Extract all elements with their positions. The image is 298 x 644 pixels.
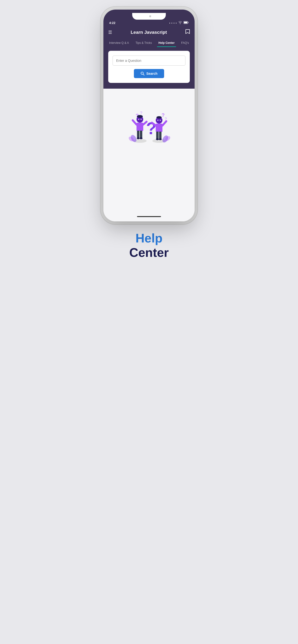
content-area: ? ? ? ? ? xyxy=(103,89,195,213)
menu-icon[interactable]: ☰ xyxy=(108,30,112,35)
svg-point-22 xyxy=(140,119,141,120)
svg-rect-27 xyxy=(156,124,163,132)
phone-frame: 4:22 • • • • ☰ Learn Javascript xyxy=(103,10,195,222)
bottom-label-line1: Help xyxy=(129,231,169,245)
svg-rect-28 xyxy=(156,132,159,139)
tab-tips[interactable]: Tips & Tricks xyxy=(134,39,153,47)
tab-faq[interactable]: FAQ's xyxy=(180,39,190,47)
svg-rect-29 xyxy=(159,132,162,139)
illustration: ? ? ? ? ? xyxy=(123,103,175,146)
svg-text:?: ? xyxy=(162,112,165,118)
svg-rect-14 xyxy=(136,123,143,131)
search-card: Search xyxy=(108,51,190,83)
status-bar: 4:22 • • • • xyxy=(103,20,195,26)
svg-line-4 xyxy=(143,74,144,76)
search-icon xyxy=(140,72,144,76)
time-display: 4:22 xyxy=(109,21,115,25)
svg-point-30 xyxy=(156,138,159,140)
bookmark-icon[interactable] xyxy=(186,29,190,36)
svg-point-21 xyxy=(138,119,139,120)
svg-point-34 xyxy=(158,120,158,121)
question-input[interactable] xyxy=(112,56,186,66)
notch xyxy=(132,13,166,20)
search-panel: Search xyxy=(103,47,195,89)
svg-point-26 xyxy=(157,116,162,118)
wifi-icon xyxy=(178,21,182,25)
status-icons: • • • • xyxy=(169,21,189,25)
camera-dot xyxy=(149,15,151,17)
signal-icon: • • • • xyxy=(169,22,177,24)
home-indicator xyxy=(103,213,195,222)
svg-text:?: ? xyxy=(146,119,157,138)
tab-help[interactable]: Help Center xyxy=(157,39,176,47)
notch-area xyxy=(103,10,195,20)
svg-rect-1 xyxy=(184,22,187,24)
svg-line-19 xyxy=(133,120,136,124)
app-title: Learn Javascript xyxy=(130,30,167,35)
svg-rect-2 xyxy=(188,22,189,23)
svg-rect-16 xyxy=(140,130,142,138)
svg-point-18 xyxy=(140,137,142,139)
battery-icon xyxy=(184,21,189,25)
svg-point-35 xyxy=(160,120,161,121)
svg-line-33 xyxy=(163,121,166,126)
svg-point-31 xyxy=(159,138,162,140)
svg-rect-15 xyxy=(137,130,139,138)
search-button[interactable]: Search xyxy=(134,69,164,78)
app-header: ☰ Learn Javascript xyxy=(103,26,195,39)
svg-point-13 xyxy=(137,115,143,118)
tabs-bar: Interview Q & A Tips & Tricks Help Cente… xyxy=(103,39,195,47)
bottom-label-line2: Center xyxy=(129,245,169,260)
tab-interview[interactable]: Interview Q & A xyxy=(108,39,130,47)
bottom-label: Help Center xyxy=(129,231,169,260)
svg-point-17 xyxy=(137,137,140,139)
help-illustration: ? ? ? ? ? xyxy=(123,103,175,146)
home-bar xyxy=(137,216,161,217)
svg-text:?: ? xyxy=(140,111,142,116)
